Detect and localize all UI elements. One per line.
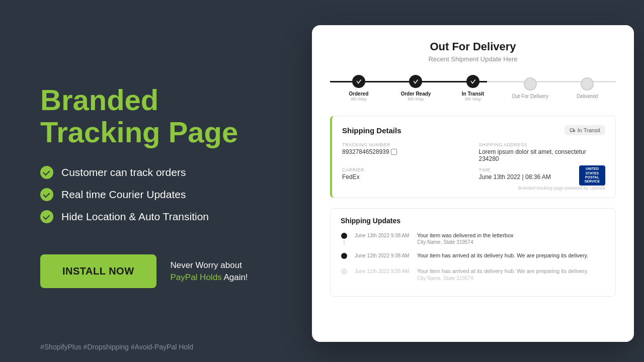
install-now-button[interactable]: INSTALL NOW [40, 254, 156, 288]
card-grid: TRACKING NUMBER 89327846528939 SHIPPING … [342, 142, 605, 180]
feature-item-2: Real time Courier Updates [40, 188, 262, 201]
step-date-order-ready: 6th May [408, 97, 424, 102]
update-location-3: City Name, State 319574 [417, 276, 588, 281]
step-icon-order-ready [409, 75, 422, 88]
check-icon-1 [40, 166, 53, 179]
address-label: SHIPPING ADDRESS [479, 142, 606, 147]
cta-text-2: Again! [223, 273, 248, 282]
address-value: Lorem ipsum dolor sit amet, consectetur … [479, 148, 606, 162]
headline: Branded Tracking Page [40, 84, 262, 148]
progress-section: Ordered 4th May Order Ready 6th May In T… [330, 75, 616, 102]
step-date-in-transit: 9th May [465, 97, 481, 102]
svg-point-2 [574, 131, 575, 132]
cta-row: INSTALL NOW Never Worry about PayPal Hol… [40, 254, 262, 288]
update-item-1: June 13th 2022 9:38 AM Your item was del… [341, 232, 605, 245]
update-dot-3 [341, 268, 347, 275]
check-icon-3 [40, 210, 53, 223]
transit-icon [570, 127, 576, 133]
step-date-ordered: 4th May [351, 97, 367, 102]
cta-caption: Never Worry about PayPal Holds Again! [171, 259, 248, 284]
tracking-subtitle: Recent Shipment Update Here [330, 55, 616, 63]
step-label-ordered: Ordered [349, 91, 368, 97]
feature-text-3: Hide Location & Auto Transition [61, 211, 209, 223]
address-field: SHIPPING ADDRESS Lorem ipsum dolor sit a… [479, 142, 606, 162]
card-header: Shipping Details In Transit [342, 125, 605, 135]
update-dot-1 [341, 233, 347, 239]
update-timeline-1 [341, 232, 348, 245]
step-in-transit: In Transit 9th May [444, 75, 502, 102]
logo-line2: POSTAL SERVICE [579, 175, 605, 184]
step-icon-in-transit [466, 75, 479, 88]
tracking-mockup: Out For Delivery Recent Shipment Update … [312, 25, 634, 342]
features-list: Customer can track orders Real time Cour… [40, 166, 262, 232]
feature-text-1: Customer can track orders [61, 166, 186, 178]
step-ordered: Ordered 4th May [330, 75, 387, 102]
update-line-1 [344, 240, 345, 245]
in-transit-badge: In Transit [565, 125, 605, 135]
progress-steps: Ordered 4th May Order Ready 6th May In T… [330, 75, 616, 102]
headline-line1: Branded [40, 83, 158, 116]
update-time-1: June 13th 2022 9:38 AM [355, 232, 410, 245]
usps-logo: UNITED STATES POSTAL SERVICE [579, 165, 605, 186]
update-content-2: Your item has arrived at its delivery hu… [417, 252, 588, 260]
step-delivered: Delivered [558, 77, 616, 99]
tracking-title: Out For Delivery [330, 40, 616, 53]
tracking-field: TRACKING NUMBER 89327846528939 [342, 142, 469, 162]
carrier-field: CARRIER FedEx [342, 167, 469, 180]
feature-item-1: Customer can track orders [40, 166, 262, 179]
update-time-2: June 12th 2022 9:38 AM [355, 252, 410, 260]
cta-highlight: PayPal Holds [171, 273, 222, 282]
feature-text-2: Real time Courier Updates [61, 189, 186, 201]
step-order-ready: Order Ready 6th May [387, 75, 445, 102]
badge-text: In Transit [578, 127, 600, 133]
update-text-1: Your item was delivered in the letterbox [417, 232, 514, 239]
step-icon-delivered [581, 77, 594, 90]
shipping-updates-card: Shipping Updates June 13th 2022 9:38 AM … [330, 208, 616, 297]
copy-icon[interactable] [391, 149, 397, 155]
check-icon-2 [40, 188, 53, 201]
step-icon-out-for-delivery [524, 77, 537, 90]
step-label-in-transit: In Transit [462, 91, 484, 97]
hashtags: #ShopifyPlus #Dropshipping #Avoid-PayPal… [40, 343, 193, 351]
step-label-delivered: Delivered [577, 94, 598, 99]
update-time-3: June 11th 2022 9:38 AM [355, 267, 410, 281]
logo-line1: UNITED STATES [579, 167, 605, 175]
step-label-order-ready: Order Ready [400, 91, 431, 97]
update-timeline-2 [341, 252, 348, 260]
update-item-2: June 12th 2022 9:38 AM Your item has arr… [341, 252, 605, 260]
update-content-3: Your item has arrived at its delivery hu… [417, 267, 588, 281]
carrier-label: CARRIER [342, 167, 469, 172]
step-label-out-for-delivery: Out For Delivery [512, 94, 548, 99]
headline-line2: Tracking Page [40, 116, 238, 148]
carrier-value: FedEx [342, 173, 469, 180]
update-content-1: Your item was delivered in the letterbox… [417, 232, 514, 245]
update-dot-2 [341, 253, 347, 259]
tracking-number-text: 89327846528939 [342, 148, 389, 155]
update-text-2: Your item has arrived at its delivery hu… [417, 252, 588, 259]
update-item-3: June 11th 2022 9:38 AM Your item has arr… [341, 267, 605, 281]
update-timeline-3 [341, 267, 348, 281]
step-icon-ordered [352, 75, 365, 88]
tracking-label: TRACKING NUMBER [342, 142, 469, 147]
updates-title: Shipping Updates [341, 217, 605, 225]
step-out-for-delivery: Out For Delivery [502, 77, 559, 99]
update-location-1: City Name, State 319574 [417, 239, 514, 245]
shipping-details-card: Shipping Details In Transit TRACKING NUM… [330, 116, 616, 198]
card-title: Shipping Details [342, 126, 401, 135]
feature-item-3: Hide Location & Auto Transition [40, 210, 262, 223]
left-panel: Branded Tracking Page Customer can track… [0, 0, 292, 362]
powered-by: Branded tracking page powered by Uptrack [342, 186, 605, 191]
svg-point-1 [571, 131, 572, 132]
update-text-3: Your item has arrived at its delivery hu… [417, 267, 588, 275]
tracking-value: 89327846528939 [342, 148, 469, 155]
svg-rect-0 [570, 129, 574, 131]
cta-text-1: Never Worry about [171, 260, 242, 270]
